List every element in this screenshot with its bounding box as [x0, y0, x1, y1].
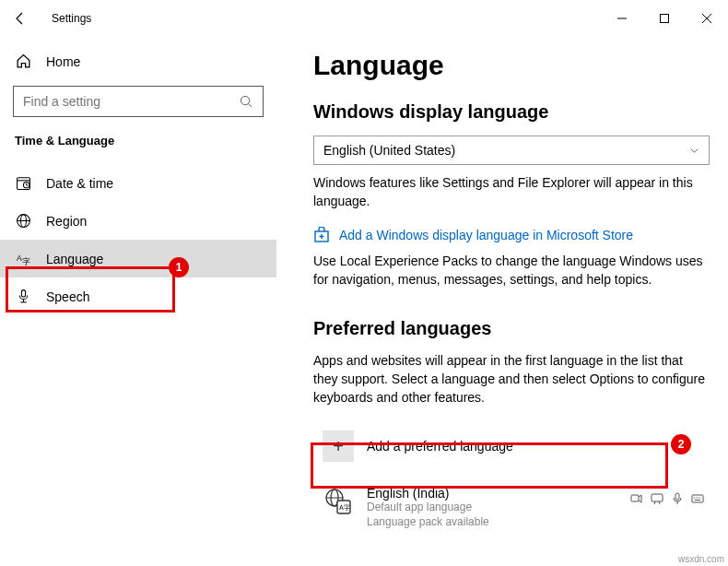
svg-rect-27: [631, 495, 639, 501]
speech-feature-icon: [651, 492, 663, 505]
display-language-desc: Windows features like Settings and File …: [313, 174, 710, 210]
annotation-badge-1: 1: [169, 257, 189, 277]
page-title: Language: [313, 50, 710, 81]
store-icon: [313, 227, 330, 243]
home-icon: [15, 53, 31, 69]
sidebar-item-date-time[interactable]: Date & time: [0, 164, 276, 202]
language-name: English (India): [367, 486, 489, 501]
language-feature-icons: [630, 492, 704, 505]
maximize-button[interactable]: [643, 5, 686, 32]
annotation-box-1: [6, 266, 175, 312]
add-language-button[interactable]: + Add a preferred language: [313, 423, 710, 469]
globe-icon: [15, 213, 31, 229]
lep-desc: Use Local Experience Packs to change the…: [313, 253, 710, 289]
svg-rect-1: [661, 15, 669, 23]
search-box[interactable]: [13, 86, 264, 117]
keyboard-icon: [691, 492, 704, 505]
svg-rect-30: [692, 495, 703, 502]
svg-line-5: [248, 103, 252, 107]
attribution: wsxdn.com: [678, 554, 724, 564]
tts-icon: [630, 492, 643, 505]
handwriting-icon: [671, 492, 684, 505]
calendar-clock-icon: [15, 175, 31, 191]
display-language-heading: Windows display language: [313, 101, 710, 123]
svg-rect-29: [675, 493, 679, 500]
language-globe-icon: A字: [323, 486, 354, 517]
chevron-down-icon: [689, 146, 699, 156]
annotation-badge-2: 2: [671, 434, 691, 454]
search-icon: [240, 95, 253, 109]
svg-text:A字: A字: [339, 504, 350, 511]
display-language-dropdown[interactable]: English (United States): [313, 136, 710, 165]
store-link[interactable]: Add a Windows display language in Micros…: [313, 227, 710, 243]
svg-rect-28: [652, 494, 663, 501]
minimize-button[interactable]: [601, 5, 643, 32]
store-link-label: Add a Windows display language in Micros…: [339, 228, 633, 242]
plus-icon: +: [323, 430, 354, 462]
svg-text:字: 字: [22, 257, 30, 266]
nav-label: Region: [46, 214, 87, 229]
sidebar-item-region[interactable]: Region: [0, 202, 276, 240]
category-header: Time & Language: [0, 134, 276, 164]
language-item[interactable]: A字 English (India) Default app language …: [313, 482, 710, 533]
language-sub2: Language pack available: [367, 515, 489, 530]
nav-label: Language: [46, 252, 103, 266]
close-button[interactable]: [686, 5, 728, 32]
sidebar-home[interactable]: Home: [0, 44, 276, 78]
app-title: Settings: [52, 12, 91, 25]
nav-label: Date & time: [46, 176, 113, 191]
preferred-heading: Preferred languages: [313, 318, 710, 339]
back-icon[interactable]: [13, 11, 28, 26]
svg-text:A: A: [17, 254, 22, 263]
add-language-label: Add a preferred language: [367, 439, 513, 454]
search-input[interactable]: [23, 94, 240, 109]
dropdown-value: English (United States): [323, 143, 455, 158]
language-icon: A字: [15, 251, 31, 266]
preferred-desc: Apps and websites will appear in the fir…: [313, 352, 710, 407]
sidebar-home-label: Home: [46, 54, 80, 69]
language-sub1: Default app language: [367, 501, 489, 515]
